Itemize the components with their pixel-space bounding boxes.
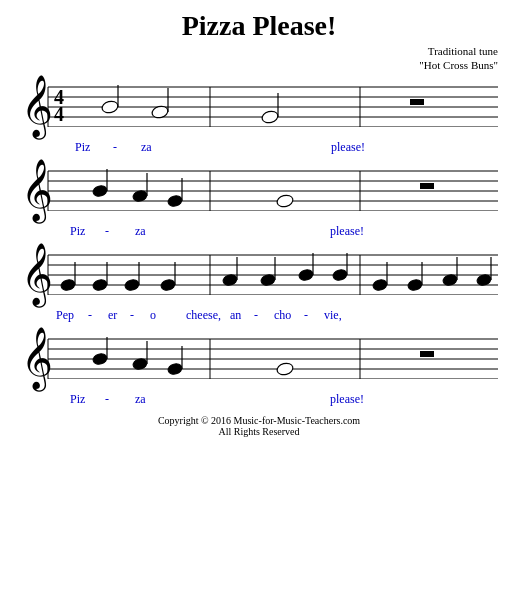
subtitle: Traditional tune "Hot Cross Buns" <box>20 44 498 73</box>
lyric-3-6: cheese, <box>186 308 228 323</box>
lyric-4-2: - <box>105 392 135 407</box>
svg-point-49 <box>160 278 176 291</box>
svg-point-77 <box>92 352 108 365</box>
lyrics-row-2: Piz - za please! <box>20 224 498 239</box>
svg-text:1: 1 <box>55 253 61 254</box>
svg-point-43 <box>60 278 76 291</box>
subtitle-line2: "Hot Cross Buns" <box>419 59 498 71</box>
footer-line2: All Rights Reserved <box>20 426 498 437</box>
lyric-2-2: - <box>105 224 135 239</box>
staff-container-1: 𝄞 4 4 3 <box>20 77 498 142</box>
svg-rect-84 <box>420 351 434 357</box>
lyric-3-2: - <box>88 308 106 323</box>
lyric-2-3: za <box>135 224 250 239</box>
svg-point-45 <box>92 278 108 291</box>
svg-rect-31 <box>420 183 434 189</box>
lyric-3-11: vie, <box>324 308 342 323</box>
lyric-3-8: - <box>254 308 272 323</box>
lyric-2-5: please! <box>330 224 364 239</box>
lyric-3-9: cho <box>274 308 302 323</box>
footer-line1: Copyright © 2016 Music-for-Music-Teacher… <box>20 415 498 426</box>
page: Pizza Please! Traditional tune "Hot Cros… <box>0 0 518 604</box>
svg-point-30 <box>276 193 294 208</box>
svg-point-61 <box>407 278 423 291</box>
svg-point-83 <box>276 361 294 376</box>
lyric-4-1: Piz <box>70 392 105 407</box>
staff-system-3: 𝄞 1 <box>20 245 498 323</box>
lyric-3-5: o <box>150 308 184 323</box>
staff-lines-3: 1 <box>20 253 498 295</box>
staff-lines-2 <box>20 169 498 211</box>
staff-system-1: 𝄞 4 4 3 <box>20 77 498 155</box>
subtitle-line1: Traditional tune <box>428 45 498 57</box>
page-title: Pizza Please! <box>20 10 498 42</box>
note-1-3 <box>261 109 279 124</box>
lyric-4-5: please! <box>330 392 364 407</box>
lyric-4-3: za <box>135 392 250 407</box>
lyric-3-1: Pep <box>56 308 86 323</box>
lyric-1-3: za <box>141 140 241 155</box>
lyric-3-7: an <box>230 308 252 323</box>
lyric-2-1: Piz <box>70 224 105 239</box>
staff-system-4: 𝄞 <box>20 329 498 407</box>
lyric-3-4: - <box>130 308 148 323</box>
svg-point-28 <box>167 194 183 207</box>
staff-container-3: 𝄞 1 <box>20 245 498 310</box>
staff-system-2: 𝄞 <box>20 161 498 239</box>
svg-point-57 <box>332 268 348 281</box>
staff-container-4: 𝄞 <box>20 329 498 394</box>
half-rest-1 <box>410 99 424 105</box>
lyric-1-5: please! <box>331 140 365 155</box>
lyric-2-4 <box>250 224 330 239</box>
lyric-1-1: Piz <box>75 140 113 155</box>
lyric-3-3: er <box>108 308 128 323</box>
lyrics-row-4: Piz - za please! <box>20 392 498 407</box>
svg-point-59 <box>372 278 388 291</box>
lyric-1-2: - <box>113 140 141 155</box>
lyric-1-4 <box>241 140 331 155</box>
svg-point-81 <box>167 362 183 375</box>
svg-point-55 <box>298 268 314 281</box>
lyric-3-10: - <box>304 308 322 323</box>
footer: Copyright © 2016 Music-for-Music-Teacher… <box>20 415 498 437</box>
staff-lines-4 <box>20 337 498 379</box>
lyrics-row-1: Piz - za please! <box>20 140 498 155</box>
lyric-4-4 <box>250 392 330 407</box>
svg-point-24 <box>92 184 108 197</box>
note-1-1 <box>101 99 119 114</box>
svg-point-47 <box>124 278 140 291</box>
staff-container-2: 𝄞 <box>20 161 498 226</box>
lyrics-row-3: Pep - er - o cheese, an - cho - vie, <box>20 308 498 323</box>
staff-lines-1: 3 <box>20 85 498 127</box>
